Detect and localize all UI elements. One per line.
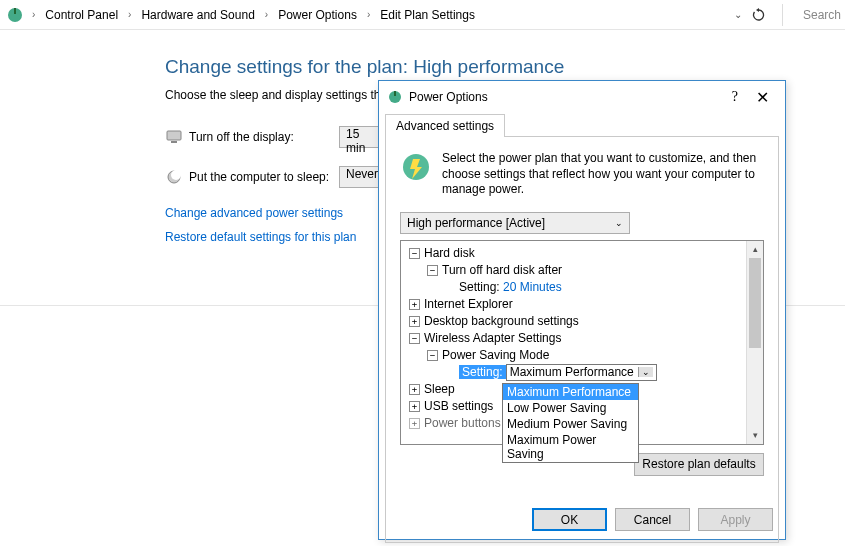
apply-button[interactable]: Apply <box>698 508 773 531</box>
tab-advanced-settings[interactable]: Advanced settings <box>385 114 505 137</box>
combo-option[interactable]: Maximum Power Saving <box>503 432 638 462</box>
collapse-icon[interactable]: − <box>409 248 420 259</box>
breadcrumb: › Control Panel › Hardware and Sound › P… <box>0 0 845 30</box>
power-saving-dropdown: Maximum Performance Low Power Saving Med… <box>502 383 639 463</box>
svg-rect-7 <box>394 91 396 96</box>
collapse-icon[interactable]: − <box>409 333 420 344</box>
display-timeout-select[interactable]: 15 min <box>339 126 383 148</box>
dialog-titlebar: Power Options ? ✕ <box>379 81 785 113</box>
scrollbar-thumb[interactable] <box>749 258 761 348</box>
collapse-icon[interactable]: − <box>427 265 438 276</box>
tree-node-hard-disk[interactable]: −Hard disk <box>403 245 744 262</box>
plan-select[interactable]: High performance [Active] ⌄ <box>400 212 630 234</box>
chevron-right-icon: › <box>26 9 41 20</box>
collapse-icon[interactable]: − <box>427 350 438 361</box>
power-plan-icon <box>6 6 24 24</box>
svg-rect-3 <box>171 141 177 143</box>
cancel-button[interactable]: Cancel <box>615 508 690 531</box>
chevron-down-icon: ⌄ <box>615 218 623 228</box>
tree-node-hdd-setting[interactable]: Setting: 20 Minutes <box>403 279 744 296</box>
refresh-icon[interactable] <box>752 8 766 22</box>
tree-scrollbar[interactable]: ▴ ▾ <box>746 241 763 444</box>
settings-tree: −Hard disk −Turn off hard disk after Set… <box>400 240 764 445</box>
hdd-setting-value[interactable]: 20 Minutes <box>503 280 562 294</box>
chevron-right-icon: › <box>361 9 376 20</box>
setting-label: Put the computer to sleep: <box>189 170 339 184</box>
chevron-down-icon[interactable]: ⌄ <box>734 9 742 20</box>
power-options-dialog: Power Options ? ✕ Advanced settings Sele… <box>378 80 786 540</box>
search-input[interactable]: Search <box>799 8 839 22</box>
sleep-timeout-select[interactable]: Never <box>339 166 383 188</box>
plan-select-value: High performance [Active] <box>407 216 545 230</box>
svg-rect-2 <box>167 131 181 140</box>
display-icon <box>165 128 183 146</box>
expand-icon[interactable]: + <box>409 418 420 429</box>
chevron-right-icon: › <box>122 9 137 20</box>
tree-node-wireless-setting[interactable]: Setting: Maximum Performance⌄ <box>403 364 744 381</box>
combo-option[interactable]: Medium Power Saving <box>503 416 638 432</box>
svg-point-5 <box>171 170 181 180</box>
expand-icon[interactable]: + <box>409 299 420 310</box>
dialog-title: Power Options <box>409 90 722 104</box>
restore-plan-defaults-button[interactable]: Restore plan defaults <box>634 453 764 476</box>
tree-node-wireless[interactable]: −Wireless Adapter Settings <box>403 330 744 347</box>
setting-label: Turn off the display: <box>189 130 339 144</box>
tree-node-desktop-bg[interactable]: +Desktop background settings <box>403 313 744 330</box>
dialog-description: Select the power plan that you want to c… <box>442 151 764 198</box>
moon-icon <box>165 168 183 186</box>
tree-node-turn-off-hdd[interactable]: −Turn off hard disk after <box>403 262 744 279</box>
breadcrumb-item[interactable]: Power Options <box>274 6 361 24</box>
combo-option[interactable]: Low Power Saving <box>503 400 638 416</box>
power-saving-combo[interactable]: Maximum Performance⌄ <box>506 364 657 381</box>
breadcrumb-item[interactable]: Hardware and Sound <box>137 6 258 24</box>
combo-option[interactable]: Maximum Performance <box>503 384 638 400</box>
scroll-up-icon[interactable]: ▴ <box>747 241 763 258</box>
scroll-down-icon[interactable]: ▾ <box>747 427 763 444</box>
power-icon <box>387 89 403 105</box>
expand-icon[interactable]: + <box>409 401 420 412</box>
chevron-down-icon: ⌄ <box>638 367 653 377</box>
dialog-tabs: Advanced settings <box>379 113 785 136</box>
tree-node-power-saving[interactable]: −Power Saving Mode <box>403 347 744 364</box>
page-title: Change settings for the plan: High perfo… <box>165 56 845 78</box>
close-button[interactable]: ✕ <box>748 88 777 107</box>
breadcrumb-item[interactable]: Control Panel <box>41 6 122 24</box>
expand-icon[interactable]: + <box>409 316 420 327</box>
tab-panel: Select the power plan that you want to c… <box>385 136 779 543</box>
svg-rect-1 <box>14 8 16 14</box>
ok-button[interactable]: OK <box>532 508 607 531</box>
expand-icon[interactable]: + <box>409 384 420 395</box>
battery-icon <box>400 151 432 183</box>
tree-node-ie[interactable]: +Internet Explorer <box>403 296 744 313</box>
breadcrumb-item[interactable]: Edit Plan Settings <box>376 6 479 24</box>
help-button[interactable]: ? <box>722 89 748 105</box>
chevron-right-icon: › <box>259 9 274 20</box>
